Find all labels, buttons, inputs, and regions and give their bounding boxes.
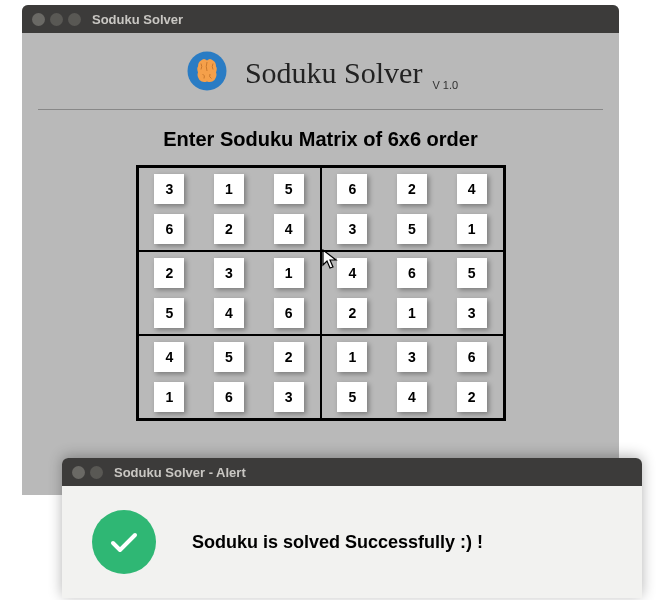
alert-message: Soduku is solved Successfully :) !	[192, 532, 483, 553]
close-icon[interactable]	[32, 13, 45, 26]
cell-input[interactable]	[397, 342, 427, 372]
cell-input[interactable]	[154, 174, 184, 204]
cell-input[interactable]	[214, 258, 244, 288]
main-titlebar: Soduku Solver	[22, 5, 619, 33]
cell-input[interactable]	[457, 342, 487, 372]
cell-input[interactable]	[457, 258, 487, 288]
grid-block	[321, 335, 504, 419]
instruction-text: Enter Soduku Matrix of 6x6 order	[22, 128, 619, 151]
grid-block	[138, 251, 321, 335]
minimize-icon[interactable]	[50, 13, 63, 26]
brain-icon	[183, 47, 231, 99]
window-title: Soduku Solver	[92, 12, 183, 27]
cell-input[interactable]	[154, 342, 184, 372]
success-check-icon	[92, 510, 156, 574]
alert-title: Soduku Solver - Alert	[114, 465, 246, 480]
cell-input[interactable]	[154, 382, 184, 412]
app-version: V 1.0	[432, 79, 458, 91]
main-window: Soduku Solver Soduku Solver V 1.0 Enter …	[22, 5, 619, 495]
close-icon[interactable]	[72, 466, 85, 479]
grid-block	[321, 251, 504, 335]
cell-input[interactable]	[397, 298, 427, 328]
alert-titlebar: Soduku Solver - Alert	[62, 458, 642, 486]
minimize-icon[interactable]	[90, 466, 103, 479]
cell-input[interactable]	[337, 342, 367, 372]
sudoku-grid	[136, 165, 506, 421]
cell-input[interactable]	[337, 258, 367, 288]
alert-window: Soduku Solver - Alert Soduku is solved S…	[62, 458, 642, 598]
cell-input[interactable]	[274, 174, 304, 204]
header-divider	[38, 109, 603, 110]
maximize-icon[interactable]	[68, 13, 81, 26]
cell-input[interactable]	[154, 258, 184, 288]
app-title: Soduku Solver	[245, 56, 423, 90]
cell-input[interactable]	[457, 298, 487, 328]
cell-input[interactable]	[337, 214, 367, 244]
grid-block	[138, 167, 321, 251]
cell-input[interactable]	[397, 382, 427, 412]
cell-input[interactable]	[274, 214, 304, 244]
cell-input[interactable]	[397, 214, 427, 244]
cell-input[interactable]	[457, 382, 487, 412]
cell-input[interactable]	[274, 382, 304, 412]
cell-input[interactable]	[214, 382, 244, 412]
cell-input[interactable]	[337, 382, 367, 412]
cell-input[interactable]	[274, 342, 304, 372]
alert-body: Soduku is solved Successfully :) !	[62, 486, 642, 598]
cell-input[interactable]	[457, 214, 487, 244]
cell-input[interactable]	[214, 342, 244, 372]
grid-block	[138, 335, 321, 419]
cell-input[interactable]	[154, 214, 184, 244]
cell-input[interactable]	[274, 298, 304, 328]
cell-input[interactable]	[397, 174, 427, 204]
cell-input[interactable]	[337, 174, 367, 204]
cell-input[interactable]	[397, 258, 427, 288]
cell-input[interactable]	[457, 174, 487, 204]
cell-input[interactable]	[214, 214, 244, 244]
grid-block	[321, 167, 504, 251]
app-header: Soduku Solver V 1.0	[22, 33, 619, 109]
cell-input[interactable]	[154, 298, 184, 328]
cell-input[interactable]	[337, 298, 367, 328]
cell-input[interactable]	[274, 258, 304, 288]
cell-input[interactable]	[214, 174, 244, 204]
cell-input[interactable]	[214, 298, 244, 328]
grid-container	[22, 165, 619, 421]
